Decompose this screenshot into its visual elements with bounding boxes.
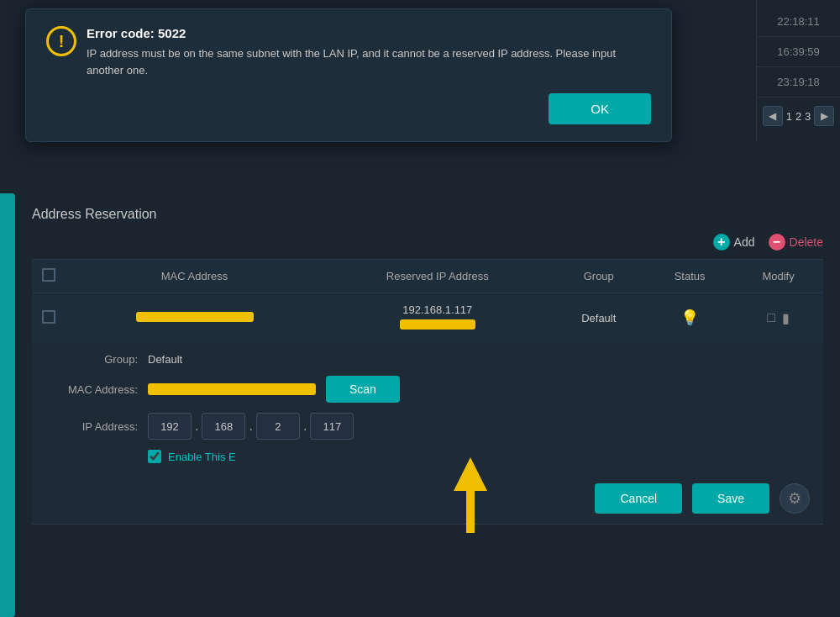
reservation-table: MAC Address Reserved IP Address Group St…	[32, 259, 823, 343]
row-checkbox-cell	[32, 293, 66, 343]
edit-form: Group: Default MAC Address: Scan IP Addr…	[32, 343, 823, 525]
mac-label: MAC Address:	[45, 383, 138, 396]
ip-octet-2[interactable]	[202, 413, 245, 440]
table-body: 192.168.1.117 Default 💡 □ ▮	[32, 293, 823, 343]
left-sidebar-accent	[0, 193, 15, 617]
prev-page-button[interactable]: ◀	[763, 106, 783, 126]
address-reservation-section: Address Reservation + Add − Delete MAC A…	[15, 193, 840, 617]
error-title: Error code: 5022	[87, 26, 651, 40]
timestamp-2: 16:39:59	[757, 37, 840, 67]
enable-checkbox[interactable]	[148, 450, 161, 463]
row-modify: □ ▮	[733, 293, 823, 343]
ip-octet-4[interactable]	[310, 413, 354, 440]
th-status: Status	[646, 260, 733, 293]
mac-row: MAC Address: Scan	[45, 376, 810, 403]
row-status: 💡	[646, 293, 733, 343]
ip-label: IP Address:	[45, 420, 138, 433]
th-mac: MAC Address	[66, 260, 323, 293]
ok-btn-row: OK	[46, 93, 651, 124]
ip-dot-3: .	[303, 419, 307, 434]
error-message: IP address must be on the same subnet wi…	[87, 45, 651, 78]
table-header: MAC Address Reserved IP Address Group St…	[32, 260, 823, 293]
delete-label: Delete	[790, 235, 823, 249]
enable-row: Enable This E	[148, 450, 810, 463]
delete-button[interactable]: − Delete	[769, 234, 823, 250]
ip-octet-1[interactable]	[148, 413, 192, 440]
action-row: + Add − Delete	[32, 234, 823, 250]
modify-icons-group: □ ▮	[740, 310, 816, 326]
group-label: Group:	[45, 353, 138, 366]
right-sidebar: 22:18:11 16:39:59 23:19:18 ◀ 1 2 3 ▶	[756, 0, 840, 141]
error-icon: !	[46, 26, 76, 56]
ip-dot-2: .	[249, 419, 252, 434]
row-ip: 192.168.1.117	[323, 293, 551, 343]
ip-highlight-bar	[400, 319, 475, 330]
add-icon: +	[713, 234, 730, 250]
delete-row-icon[interactable]: ▮	[782, 310, 790, 326]
edit-icon[interactable]: □	[767, 310, 775, 325]
next-page-button[interactable]: ▶	[814, 106, 834, 126]
save-button[interactable]: Save	[692, 483, 769, 514]
timestamp-3: 23:19:18	[757, 67, 840, 98]
ok-button[interactable]: OK	[549, 93, 651, 124]
pagination: ◀ 1 2 3 ▶	[757, 98, 840, 134]
th-checkbox	[32, 260, 66, 293]
th-modify: Modify	[733, 260, 823, 293]
row-group: Default	[551, 293, 646, 343]
group-row: Group: Default	[45, 353, 810, 366]
ip-row: IP Address: . . .	[45, 413, 810, 440]
bottom-buttons: Cancel Save ⚙	[45, 475, 810, 514]
delete-icon: −	[769, 234, 785, 250]
page-2[interactable]: 2	[795, 110, 801, 123]
error-header: ! Error code: 5022 IP address must be on…	[46, 26, 651, 78]
group-value: Default	[148, 353, 182, 366]
row-mac	[66, 293, 323, 343]
enable-label: Enable This E	[168, 451, 236, 463]
timestamp-1: 22:18:11	[757, 7, 840, 37]
status-light-icon: 💡	[680, 309, 699, 326]
table-row: 192.168.1.117 Default 💡 □ ▮	[32, 293, 823, 343]
error-dialog: ! Error code: 5022 IP address must be on…	[25, 8, 672, 142]
mac-input-highlight[interactable]	[148, 383, 316, 395]
section-title: Address Reservation	[32, 207, 823, 222]
ip-octet-3[interactable]	[256, 413, 300, 440]
page-3[interactable]: 3	[805, 110, 811, 123]
cancel-button[interactable]: Cancel	[595, 483, 682, 514]
th-group: Group	[551, 260, 646, 293]
page-1[interactable]: 1	[786, 110, 792, 123]
th-reserved-ip: Reserved IP Address	[323, 260, 551, 293]
add-button[interactable]: + Add	[713, 234, 755, 250]
row-ip-value: 192.168.1.117	[330, 303, 544, 316]
scan-button[interactable]: Scan	[326, 376, 400, 403]
add-label: Add	[734, 235, 755, 249]
error-content: Error code: 5022 IP address must be on t…	[87, 26, 651, 78]
gear-icon-button[interactable]: ⚙	[780, 483, 810, 514]
ip-input-group: . . .	[148, 413, 354, 440]
row-checkbox[interactable]	[42, 310, 55, 324]
mac-highlight-bar	[136, 312, 254, 322]
select-all-checkbox[interactable]	[42, 268, 55, 282]
ip-dot-1: .	[195, 419, 198, 434]
